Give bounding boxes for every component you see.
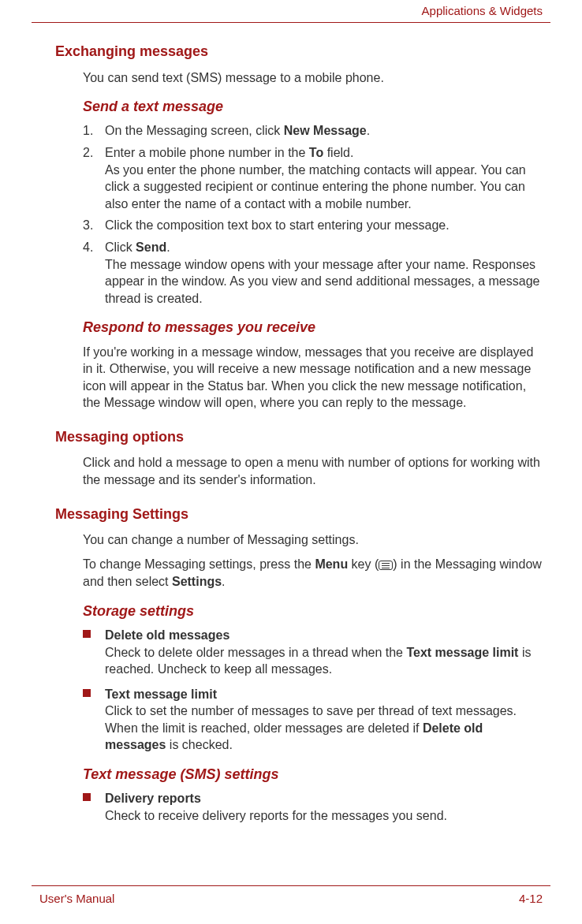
step-detail: The message window opens with your messa…: [105, 258, 539, 305]
list-item: Enter a mobile phone number in the To fi…: [83, 144, 543, 212]
instr-bold: Settings: [172, 575, 222, 588]
text-options-body: Click and hold a message to open a menu …: [83, 454, 543, 488]
heading-respond-messages: Respond to messages you receive: [83, 318, 543, 337]
step-bold: New Message: [284, 124, 367, 137]
list-item: Delete old messages Check to delete olde…: [83, 627, 543, 678]
footer-rule: [32, 885, 550, 886]
footer-manual-label: User's Manual: [39, 891, 114, 907]
text-settings-instructions: To change Messaging settings, press the …: [83, 556, 543, 590]
step-text: Enter a mobile phone number in the: [105, 146, 309, 159]
instr-text: To change Messaging settings, press the: [83, 557, 315, 571]
menu-key-icon: [379, 561, 393, 570]
text-respond-body: If you're working in a message window, m…: [83, 344, 543, 412]
heading-messaging-settings: Messaging Settings: [55, 505, 543, 523]
page-footer: User's Manual 4-12: [0, 885, 582, 907]
heading-storage-settings: Storage settings: [83, 602, 543, 620]
text-exchanging-intro: You can send text (SMS) message to a mob…: [83, 69, 543, 87]
step-text: field.: [323, 146, 353, 159]
storage-settings-list: Delete old messages Check to delete olde…: [83, 627, 543, 754]
item-title: Text message limit: [105, 687, 217, 701]
instr-text: key (: [348, 557, 379, 571]
list-item: Click the composition text box to start …: [83, 217, 543, 234]
header-section-title: Applications & Widgets: [422, 4, 543, 17]
heading-messaging-options: Messaging options: [55, 427, 543, 446]
text-settings-intro: You can change a number of Messaging set…: [83, 531, 543, 549]
heading-send-text-message: Send a text message: [83, 97, 543, 116]
send-steps-list: On the Messaging screen, click New Messa…: [83, 122, 543, 307]
step-text: On the Messaging screen, click: [105, 124, 284, 137]
item-body: is checked.: [166, 738, 232, 751]
heading-sms-settings: Text message (SMS) settings: [83, 765, 543, 784]
step-text: Click the composition text box to start …: [105, 218, 450, 232]
step-bold: Send: [136, 240, 166, 254]
instr-text: .: [222, 575, 225, 588]
item-bold: Text message limit: [406, 646, 518, 659]
step-detail: As you enter the phone number, the match…: [105, 163, 526, 211]
list-item: Text message limit Click to set the numb…: [83, 686, 543, 754]
sms-settings-list: Delivery reports Check to receive delive…: [83, 790, 543, 824]
step-text: Click: [105, 240, 136, 254]
heading-exchanging-messages: Exchanging messages: [55, 42, 543, 61]
item-title: Delete old messages: [105, 628, 229, 642]
footer-page-number: 4-12: [519, 891, 543, 907]
item-body: Check to delete older messages in a thre…: [105, 646, 406, 659]
list-item: Delivery reports Check to receive delive…: [83, 790, 543, 824]
list-item: On the Messaging screen, click New Messa…: [83, 122, 543, 140]
instr-bold: Menu: [315, 557, 348, 571]
step-bold: To: [309, 146, 323, 159]
list-item: Click Send. The message window opens wit…: [83, 239, 543, 307]
step-text: .: [166, 240, 170, 254]
item-title: Delivery reports: [105, 792, 201, 805]
item-body: Check to receive delivery reports for th…: [105, 809, 447, 822]
step-text: .: [367, 124, 370, 137]
